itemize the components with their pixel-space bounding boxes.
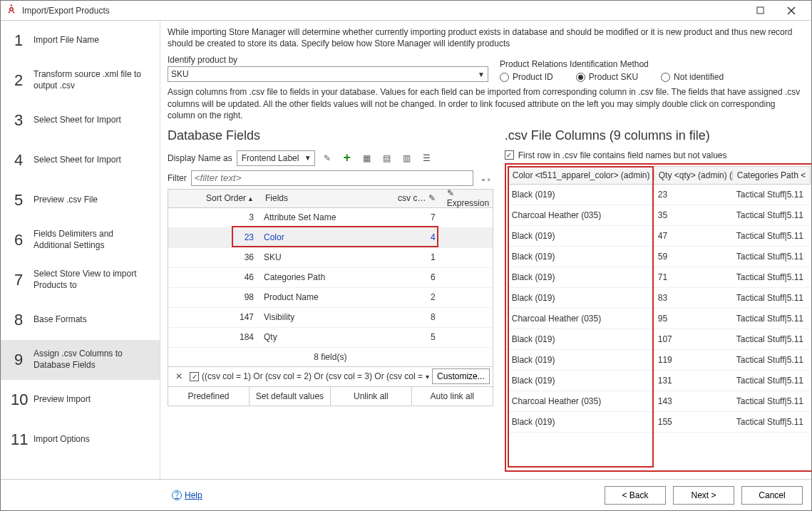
step-label: Fields Delimiters and Additional Setting… (34, 229, 153, 251)
close-button[interactable] (776, 1, 807, 20)
maximize-button[interactable] (744, 1, 776, 20)
step-label: Base Formats (34, 314, 153, 326)
unlink-all-button[interactable]: Unlink all (331, 387, 412, 406)
col-expression[interactable]: ✎ Expression (443, 188, 493, 208)
intro-text: While importing Store Manager will deter… (168, 26, 804, 49)
csv-row[interactable]: Charcoal Heather (035)95Tactical Stuff|5… (508, 309, 811, 329)
csv-table: Color <t511_apparel_color> (admin) (4) Q… (505, 163, 811, 472)
pencil-icon: ✎ (447, 188, 454, 198)
help-link[interactable]: ? Help (172, 490, 202, 500)
clear-filter-icon[interactable]: ⌄ₓ (478, 170, 493, 186)
csv-row[interactable]: Black (019)23Tactical Stuff|5.11 (508, 185, 811, 205)
csv-col-color[interactable]: Color <t511_apparel_color> (admin) (4) (508, 170, 654, 180)
predefined-button[interactable]: Predefined (168, 387, 250, 406)
step-number: 5 (11, 191, 26, 210)
csv-row[interactable]: Black (019)59Tactical Stuff|5.11 (508, 247, 811, 267)
filter-label: Filter (168, 173, 187, 183)
csv-col-qty[interactable]: Qty <qty> (admin) (5) (654, 170, 733, 180)
db-row[interactable]: 46Categories Path6 (168, 268, 493, 288)
wizard-step-7[interactable]: 7Select Store View to import Products to (1, 260, 160, 300)
col-sort-order[interactable]: Sort Order▲ (168, 193, 261, 203)
csv-col-categories[interactable]: Categories Path < (733, 170, 810, 180)
wizard-step-1[interactable]: 1Import File Name (1, 21, 160, 61)
col-fields[interactable]: Fields (261, 193, 379, 203)
expr-text: ((csv col = 1) Or (csv col = 2) Or (csv … (202, 371, 423, 381)
cancel-button[interactable]: Cancel (741, 486, 803, 505)
csv-row[interactable]: Black (019)71Tactical Stuff|5.11 (508, 267, 811, 288)
chevron-down-icon: ▼ (304, 154, 312, 162)
first-row-label: First row in .csv file contains field na… (518, 150, 727, 160)
csv-row[interactable]: Black (019)119Tactical Stuff|5.11 (508, 350, 811, 371)
wizard-step-6[interactable]: 6Fields Delimiters and Additional Settin… (1, 220, 160, 260)
step-label: Assign .csv Columns to Database Fields (34, 349, 153, 371)
window-titlebar: Import/Export Products (1, 1, 811, 21)
toolbar-icon-1[interactable]: ▦ (359, 150, 375, 166)
toolbar-icon-2[interactable]: ▤ (379, 150, 395, 166)
csv-row[interactable]: Black (019)83Tactical Stuff|5.11 (508, 288, 811, 309)
step-number: 2 (11, 71, 26, 90)
identify-product-combo[interactable]: SKU ▼ (168, 66, 488, 82)
identify-product-value: SKU (171, 69, 189, 79)
display-name-label: Display Name as (168, 153, 232, 163)
db-row[interactable]: 147Visibility8 (168, 308, 493, 328)
set-default-values-button[interactable]: Set default values (250, 387, 331, 406)
toolbar-icon-4[interactable]: ☰ (419, 150, 435, 166)
next-button[interactable]: Next > (673, 486, 734, 505)
step-label: Select Store View to import Products to (34, 269, 153, 291)
csv-row[interactable]: Charcoal Heather (035)35Tactical Stuff|5… (508, 205, 811, 226)
window-title: Import/Export Products (22, 6, 110, 16)
wizard-step-4[interactable]: 4Select Sheet for Import (1, 140, 160, 180)
col-csv[interactable]: csv c… ✎ (379, 193, 443, 203)
step-number: 10 (11, 391, 26, 409)
identify-label: Identify product by (168, 55, 488, 65)
display-name-combo[interactable]: Frontend Label▼ (237, 150, 315, 166)
db-row[interactable]: 98Product Name2 (168, 288, 493, 308)
toolbar-icon-3[interactable]: ▥ (399, 150, 415, 166)
wizard-bottom-bar: ? Help < Back Next > Cancel (1, 479, 811, 510)
remove-expr-icon[interactable]: ✕ (171, 368, 187, 384)
step-number: 9 (11, 351, 26, 369)
step-label: Transform source .xml file to output .cs… (34, 69, 153, 91)
step-label: Preview .csv File (34, 195, 153, 206)
db-row[interactable]: 36SKU1 (168, 248, 493, 268)
wizard-step-3[interactable]: 3Select Sheet for Import (1, 100, 160, 140)
step-label: Preview Import (34, 394, 153, 406)
db-row[interactable]: 184Qty5 (168, 328, 493, 348)
radio-product-id[interactable]: Product ID (500, 72, 553, 82)
expr-checkbox[interactable]: ✓ (190, 372, 199, 381)
csv-row[interactable]: Black (019)131Tactical Stuff|5.11 (508, 371, 811, 391)
auto-link-all-button[interactable]: Auto link all (412, 387, 493, 406)
db-footer-count: 8 field(s) (168, 348, 493, 366)
relations-label: Product Relations Identification Method (500, 59, 724, 69)
customize-button[interactable]: Customize... (432, 368, 490, 384)
add-icon[interactable]: + (339, 150, 355, 166)
radio-product-sku[interactable]: Product SKU (576, 72, 638, 82)
csv-row[interactable]: Black (019)47Tactical Stuff|5.11 (508, 226, 811, 247)
app-logo-icon (5, 3, 18, 18)
first-row-checkbox[interactable]: ✓ (505, 150, 514, 160)
radio-icon (500, 73, 509, 82)
step-number: 8 (11, 311, 26, 329)
wizard-step-8[interactable]: 8Base Formats (1, 300, 160, 340)
radio-not-identified[interactable]: Not identified (661, 72, 724, 82)
wizard-step-5[interactable]: 5Preview .csv File (1, 180, 160, 220)
step-label: Import Options (34, 434, 153, 445)
step-number: 7 (11, 271, 26, 289)
csv-row[interactable]: Black (019)107Tactical Stuff|5.11 (508, 329, 811, 350)
assign-text: Assign columns from .csv file to fields … (168, 86, 804, 121)
step-number: 11 (11, 430, 26, 449)
wizard-step-9[interactable]: 9Assign .csv Columns to Database Fields (1, 340, 160, 380)
filter-input[interactable] (191, 170, 473, 186)
csv-row[interactable]: Charcoal Heather (035)143Tactical Stuff|… (508, 391, 811, 412)
wizard-step-10[interactable]: 10Preview Import (1, 380, 160, 420)
database-fields-table: Sort Order▲ Fields csv c… ✎ ✎ Expression… (168, 189, 493, 367)
radio-icon (576, 73, 585, 82)
wizard-step-11[interactable]: 11Import Options (1, 420, 160, 460)
csv-row[interactable]: Black (019)155Tactical Stuff|5.11 (508, 412, 811, 433)
expr-dropdown[interactable]: ▾ (426, 373, 429, 381)
db-row[interactable]: 3Attribute Set Name7 (168, 208, 493, 228)
back-button[interactable]: < Back (605, 486, 666, 505)
wizard-step-2[interactable]: 2Transform source .xml file to output .c… (1, 61, 160, 100)
chevron-down-icon: ▼ (478, 71, 485, 78)
edit-icon[interactable]: ✎ (319, 150, 335, 166)
